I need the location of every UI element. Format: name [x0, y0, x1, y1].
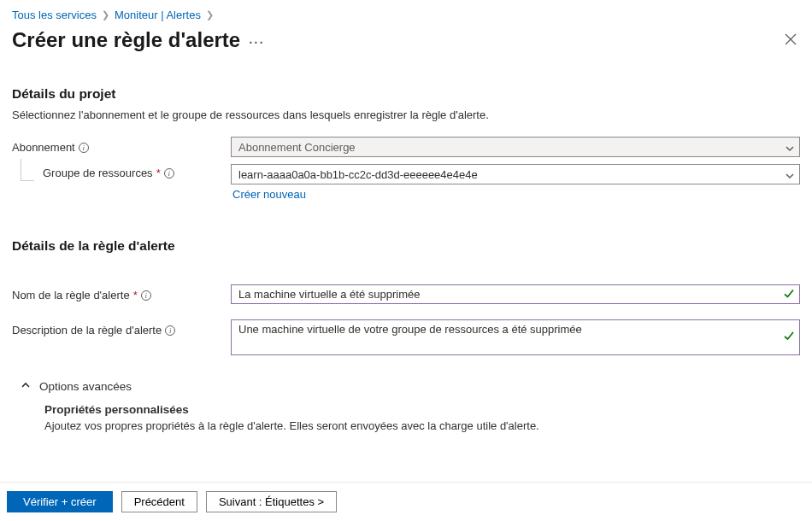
- previous-button[interactable]: Précédent: [121, 491, 197, 512]
- section-heading-project: Détails du projet: [12, 86, 800, 102]
- tree-indent-line: [21, 159, 34, 181]
- advanced-options-toggle[interactable]: Options avancées: [12, 380, 800, 393]
- subscription-dropdown[interactable]: Abonnement Concierge: [231, 137, 800, 157]
- rule-description-label: Description de la règle d'alerte: [12, 324, 162, 337]
- resource-group-dropdown[interactable]: learn-aaaa0a0a-bb1b-cc2c-dd3d-eeeeee4e4e…: [231, 164, 800, 184]
- info-icon[interactable]: i: [164, 168, 174, 179]
- review-create-button[interactable]: Vérifier + créer: [7, 491, 113, 512]
- chevron-right-icon: ❯: [206, 9, 214, 20]
- custom-properties-heading: Propriétés personnalisées: [44, 403, 800, 416]
- info-icon[interactable]: i: [79, 143, 89, 153]
- required-indicator: *: [133, 289, 138, 301]
- page-title: Créer une règle d'alerte: [12, 28, 240, 52]
- required-indicator: *: [156, 167, 161, 179]
- check-icon: [783, 330, 795, 344]
- rule-name-label: Nom de la règle d'alerte: [12, 289, 130, 301]
- next-button[interactable]: Suivant : Étiquettes >: [206, 491, 337, 512]
- resource-group-value: learn-aaaa0a0a-bb1b-cc2c-dd3d-eeeeee4e4e…: [238, 168, 478, 181]
- footer: Vérifier + créer Précédent Suivant : Éti…: [0, 482, 812, 521]
- create-new-link[interactable]: Créer nouveau: [232, 188, 306, 201]
- breadcrumb-monitor-alerts[interactable]: Moniteur | Alertes: [115, 9, 201, 21]
- chevron-down-icon: [786, 170, 794, 179]
- chevron-down-icon: [786, 143, 794, 151]
- section-heading-rule: Détails de la règle d'alerte: [12, 238, 800, 254]
- breadcrumb: Tous les services ❯ Moniteur | Alertes ❯: [12, 9, 800, 21]
- breadcrumb-all-services[interactable]: Tous les services: [12, 9, 97, 21]
- resource-group-label: Groupe de ressources: [43, 167, 153, 179]
- section-subtext-project: Sélectionnez l'abonnement et le groupe d…: [12, 108, 800, 121]
- close-icon[interactable]: [781, 30, 800, 51]
- rule-description-input[interactable]: [231, 319, 800, 355]
- info-icon[interactable]: i: [165, 325, 175, 336]
- check-icon: [783, 287, 795, 301]
- more-icon[interactable]: ···: [249, 35, 265, 50]
- custom-properties-desc: Ajoutez vos propres propriétés à la règl…: [44, 419, 800, 432]
- chevron-right-icon: ❯: [102, 9, 109, 20]
- chevron-up-icon: [21, 380, 31, 393]
- subscription-value: Abonnement Concierge: [238, 141, 356, 154]
- subscription-label: Abonnement: [12, 141, 75, 154]
- rule-name-input[interactable]: [231, 284, 800, 304]
- info-icon[interactable]: i: [141, 290, 151, 301]
- advanced-options-label: Options avancées: [39, 380, 132, 393]
